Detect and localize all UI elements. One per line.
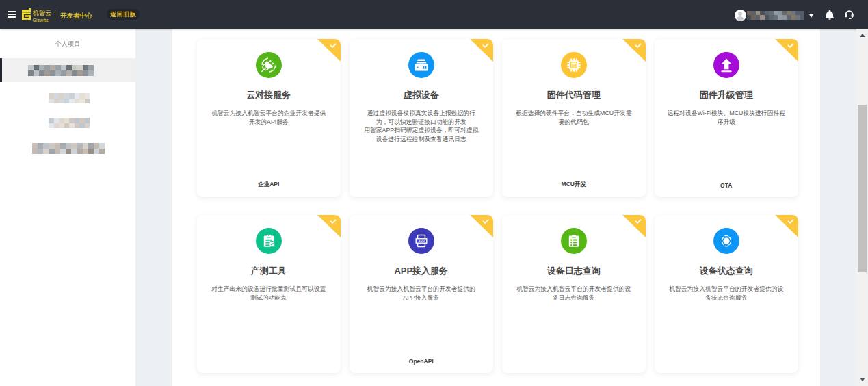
svg-text:M: M <box>572 62 576 68</box>
svg-text:APP: APP <box>417 240 425 243</box>
